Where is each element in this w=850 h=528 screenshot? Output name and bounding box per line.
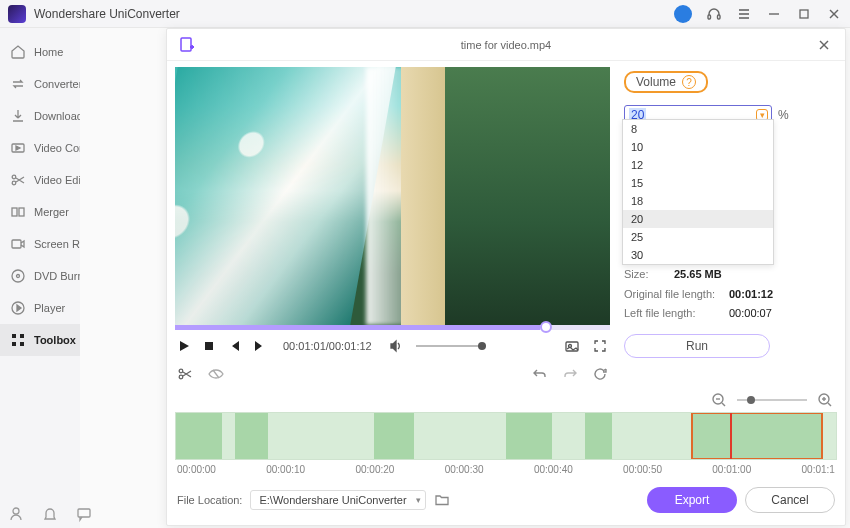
sidebar-item-label: Home (34, 46, 63, 58)
minimize-icon[interactable] (766, 6, 782, 22)
svg-rect-6 (800, 10, 808, 18)
sidebar-item-label: Video Editor (34, 174, 80, 186)
maximize-icon[interactable] (796, 6, 812, 22)
run-button[interactable]: Run (624, 334, 770, 358)
cut-icon[interactable] (177, 366, 193, 382)
svg-rect-25 (205, 342, 213, 350)
svg-rect-18 (12, 334, 16, 338)
bell-icon[interactable] (42, 506, 58, 522)
zoom-controls (175, 390, 837, 410)
snapshot-icon[interactable] (564, 338, 580, 354)
sidebar-item-downloader[interactable]: Downloader (0, 100, 80, 132)
svg-rect-14 (12, 240, 21, 248)
help-icon[interactable]: ? (682, 75, 696, 89)
undo-icon[interactable] (532, 366, 548, 382)
compress-icon (10, 140, 26, 156)
close-icon[interactable] (826, 6, 842, 22)
chevron-down-icon: ▾ (416, 495, 421, 505)
add-file-icon[interactable] (177, 35, 197, 55)
svg-rect-20 (12, 342, 16, 346)
volume-option[interactable]: 10 (623, 138, 773, 156)
svg-rect-22 (181, 38, 191, 51)
scissors-icon (10, 172, 26, 188)
volume-slider[interactable] (416, 345, 486, 347)
stop-button[interactable] (203, 340, 215, 352)
app-title: Wondershare UniConverter (34, 7, 674, 21)
grid-icon (10, 332, 26, 348)
sidebar-item-converter[interactable]: Converter (0, 68, 80, 100)
sidebar-item-editor[interactable]: Video Editor (0, 164, 80, 196)
svg-rect-1 (718, 15, 721, 19)
zoom-in-icon[interactable] (817, 392, 833, 408)
volume-option[interactable]: 8 (623, 120, 773, 138)
titlebar: Wondershare UniConverter (0, 0, 850, 28)
menu-icon[interactable] (736, 6, 752, 22)
main: Home Converter Downloader Video Compress… (0, 28, 850, 528)
fullscreen-icon[interactable] (592, 338, 608, 354)
zoom-slider[interactable] (737, 399, 807, 401)
user-icon[interactable] (8, 506, 24, 522)
refresh-icon[interactable] (592, 366, 608, 382)
selection-range[interactable] (691, 412, 823, 460)
prev-frame-button[interactable] (227, 339, 241, 353)
app-logo (8, 5, 26, 23)
svg-line-34 (828, 403, 831, 406)
sidebar-item-merger[interactable]: Merger (0, 196, 80, 228)
video-progress[interactable] (175, 325, 610, 330)
volume-dropdown: 8 10 12 15 18 20 25 30 (622, 119, 774, 265)
file-location-label: File Location: (177, 494, 242, 506)
cancel-button[interactable]: Cancel (745, 487, 835, 513)
file-location-select[interactable]: E:\Wondershare UniConverter▾ (250, 490, 425, 510)
volume-option[interactable]: 18 (623, 192, 773, 210)
playback-controls: 00:01:01/00:01:12 (175, 330, 610, 362)
volume-option[interactable]: 20 (623, 210, 773, 228)
merge-icon (10, 204, 26, 220)
bottom-icons (8, 506, 92, 522)
editor-modal: time for video.mp4 00:01:01/00:01:12 (166, 28, 846, 526)
volume-option[interactable]: 15 (623, 174, 773, 192)
headset-icon[interactable] (706, 6, 722, 22)
sidebar-item-dvd[interactable]: DVD Burner (0, 260, 80, 292)
sidebar-item-label: Screen Recorder (34, 238, 80, 250)
volume-option[interactable]: 30 (623, 246, 773, 264)
sidebar-item-player[interactable]: Player (0, 292, 80, 324)
video-preview[interactable] (175, 67, 610, 325)
download-icon (10, 108, 26, 124)
modal-header: time for video.mp4 (167, 29, 845, 61)
timeline-area: 00:00:00 00:00:10 00:00:20 00:00:30 00:0… (167, 390, 845, 475)
playhead[interactable] (730, 412, 732, 460)
volume-option[interactable]: 12 (623, 156, 773, 174)
svg-point-15 (12, 270, 24, 282)
avatar-icon[interactable] (674, 5, 692, 23)
disc-icon (10, 268, 26, 284)
record-icon (10, 236, 26, 252)
sidebar-item-label: Downloader (34, 110, 80, 122)
redo-icon[interactable] (562, 366, 578, 382)
sidebar-item-home[interactable]: Home (0, 36, 80, 68)
edit-tools (175, 362, 610, 390)
play-button[interactable] (177, 339, 191, 353)
sidebar-item-compressor[interactable]: Video Compressor (0, 132, 80, 164)
zoom-out-icon[interactable] (711, 392, 727, 408)
svg-point-16 (17, 275, 20, 278)
volume-icon[interactable] (388, 338, 404, 354)
svg-point-28 (179, 369, 183, 373)
svg-rect-38 (78, 509, 90, 517)
export-button[interactable]: Export (647, 487, 737, 513)
sidebar-item-recorder[interactable]: Screen Recorder (0, 228, 80, 260)
timeline-track[interactable] (175, 412, 837, 460)
titlebar-right (674, 5, 842, 23)
svg-rect-13 (19, 208, 24, 216)
next-frame-button[interactable] (253, 339, 267, 353)
eye-icon[interactable] (207, 366, 225, 382)
convert-icon (10, 76, 26, 92)
folder-icon[interactable] (434, 492, 450, 508)
sidebar-item-toolbox[interactable]: Toolbox (0, 324, 80, 356)
volume-label: Volume ? (624, 71, 708, 93)
modal-footer: File Location: E:\Wondershare UniConvert… (167, 475, 845, 513)
modal-title: time for video.mp4 (461, 39, 551, 51)
close-icon[interactable] (813, 34, 835, 56)
feedback-icon[interactable] (76, 506, 92, 522)
time-ruler: 00:00:00 00:00:10 00:00:20 00:00:30 00:0… (175, 460, 837, 475)
volume-option[interactable]: 25 (623, 228, 773, 246)
